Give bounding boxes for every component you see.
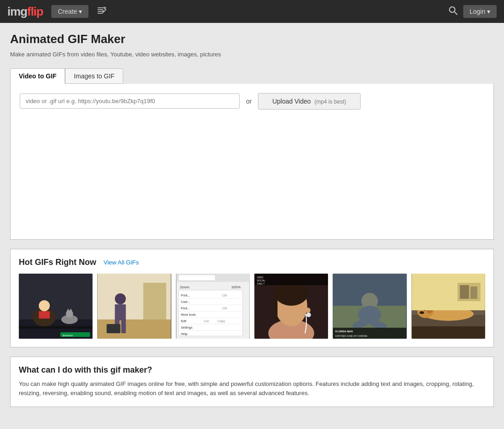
gif-thumbnail[interactable]: FLORIDA MAN CATCHES CASE OF CORONA <box>333 274 406 339</box>
gif-thumbnail[interactable]: USED SOCIAL CING ? <box>254 274 328 339</box>
gif-thumbnail[interactable] <box>411 274 485 339</box>
tab-video-to-gif[interactable]: Video to GIF <box>10 68 65 84</box>
svg-point-72 <box>419 311 424 314</box>
upload-note: (mp4 is best) <box>314 99 346 105</box>
svg-rect-6 <box>39 311 50 319</box>
svg-point-5 <box>39 300 50 311</box>
logo[interactable]: imgflip <box>7 5 43 19</box>
svg-point-52 <box>307 313 311 317</box>
svg-text:Ctrl: Ctrl <box>222 294 227 297</box>
svg-text:Copy: Copy <box>217 319 225 323</box>
main-content: Animated GIF Maker Make animated GIFs fr… <box>5 23 499 416</box>
svg-point-51 <box>305 308 311 313</box>
video-url-input[interactable] <box>20 94 240 109</box>
hot-gifs-title: Hot GIFs Right Now <box>19 258 96 267</box>
upload-label: Upload Video <box>272 98 311 105</box>
svg-rect-78 <box>470 286 477 299</box>
svg-line-1 <box>455 12 457 15</box>
svg-text:100%: 100% <box>231 285 240 289</box>
svg-text:Print...: Print... <box>181 294 190 297</box>
tab-panel: or Upload Video (mp4 is best) <box>10 84 494 240</box>
svg-rect-11 <box>19 326 93 329</box>
svg-text:Cast...: Cast... <box>181 300 190 303</box>
search-icon[interactable] <box>449 6 458 17</box>
svg-text:Ctrl: Ctrl <box>222 307 227 310</box>
svg-rect-77 <box>460 285 469 299</box>
login-button[interactable]: Login ▾ <box>463 5 497 18</box>
svg-point-8 <box>66 310 73 318</box>
svg-text:Cut: Cut <box>203 319 208 323</box>
login-label: Login <box>470 8 485 15</box>
svg-point-18 <box>115 293 126 304</box>
svg-text:Help: Help <box>181 332 187 336</box>
view-all-gifs-link[interactable]: View All GIFs <box>104 259 139 266</box>
svg-text:Zoom: Zoom <box>180 285 189 289</box>
info-title: What can I do with this gif maker? <box>19 365 485 375</box>
shuffle-icon[interactable] <box>97 6 108 17</box>
header: imgflip Create ▾ Login ▾ <box>0 0 504 23</box>
svg-rect-19 <box>115 304 126 320</box>
svg-rect-50 <box>274 292 278 319</box>
svg-text:Edit: Edit <box>181 319 186 323</box>
gif-thumbnail[interactable]: likehhhh <box>19 274 93 339</box>
gif-thumbnail[interactable] <box>97 274 171 339</box>
tab-images-to-gif[interactable]: Images to GIF <box>65 68 123 84</box>
svg-point-0 <box>449 7 455 12</box>
chevron-down-icon: ▾ <box>487 8 490 15</box>
tabs: Video to GIF Images to GIF <box>10 68 494 84</box>
svg-rect-21 <box>121 319 126 333</box>
svg-text:Find...: Find... <box>181 307 190 310</box>
gifs-grid: likehhhh <box>19 274 485 339</box>
svg-text:USED: USED <box>257 276 263 279</box>
or-separator: or <box>246 98 252 105</box>
logo-red-text: flip <box>27 5 43 19</box>
svg-text:More tools: More tools <box>181 313 196 316</box>
svg-rect-17 <box>143 283 166 319</box>
create-button[interactable]: Create ▾ <box>51 5 88 18</box>
page-subtitle: Make animated GIFs from video files, You… <box>10 50 494 59</box>
hot-gifs-section: Hot GIFs Right Now View All GIFs <box>10 249 494 347</box>
svg-rect-22 <box>107 324 121 333</box>
svg-text:Settings: Settings <box>181 326 192 330</box>
url-row: or Upload Video (mp4 is best) <box>20 93 484 110</box>
page-title: Animated GIF Maker <box>10 32 494 46</box>
svg-rect-25 <box>178 275 215 280</box>
info-section: What can I do with this gif maker? You c… <box>10 357 494 407</box>
svg-text:CING ?: CING ? <box>257 282 265 285</box>
svg-text:FLORIDA MAN: FLORIDA MAN <box>335 330 353 333</box>
chevron-down-icon: ▾ <box>79 8 82 15</box>
svg-text:CATCHES CASE OF CORONA: CATCHES CASE OF CORONA <box>335 335 368 337</box>
svg-rect-53 <box>255 274 328 285</box>
upload-video-button[interactable]: Upload Video (mp4 is best) <box>258 93 360 110</box>
svg-text:SOCIAL: SOCIAL <box>257 279 266 282</box>
header-right: Login ▾ <box>449 5 497 18</box>
create-label: Create <box>58 8 77 15</box>
gif-thumbnail[interactable]: Zoom 100% Print... Ctrl Cast... Find... … <box>176 274 250 339</box>
info-text: You can make high quality animated GIF i… <box>19 380 485 399</box>
hot-gifs-header: Hot GIFs Right Now View All GIFs <box>19 258 485 267</box>
svg-text:likehhhh: likehhhh <box>63 334 73 337</box>
